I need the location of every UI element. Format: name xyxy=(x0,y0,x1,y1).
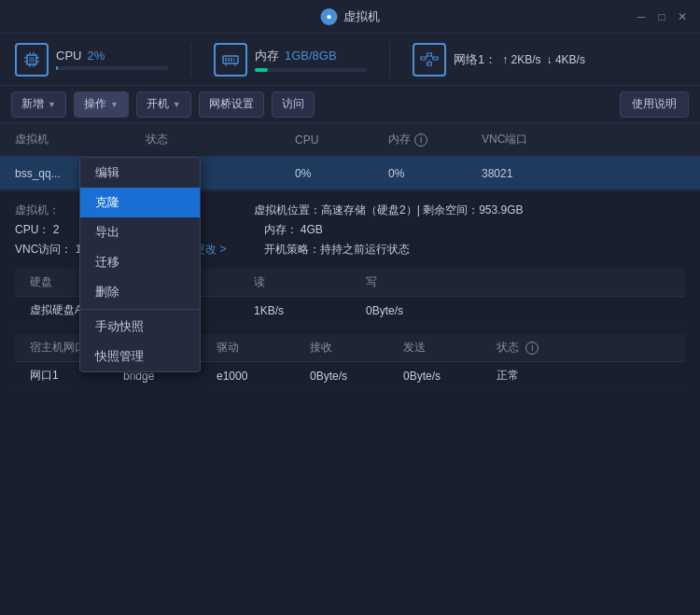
new-button[interactable]: 新增 ▼ xyxy=(11,91,66,118)
mem-label: 内存 xyxy=(255,48,279,64)
main-content: 虚拟机 状态 CPU 内存 i VNC端口 bss_qq... 已关闭 xyxy=(0,123,700,615)
col-cpu: CPU xyxy=(287,133,381,147)
window-controls: ─ □ ✕ xyxy=(635,10,689,23)
divider-2 xyxy=(389,43,390,77)
menu-divider xyxy=(80,309,200,310)
cpu-stat: CPU 2% xyxy=(15,43,168,77)
mem-info: 内存 1GB/8GB xyxy=(255,48,367,72)
net-icon xyxy=(413,43,446,77)
net-cell-status: 正常 xyxy=(489,368,678,384)
col-mem: 内存 i xyxy=(381,132,474,147)
context-menu: 编辑 克隆 导出 迁移 删除 手动快照 快照管理 xyxy=(79,157,201,372)
disk-cell-write: 0Byte/s xyxy=(358,304,678,317)
menu-snapshot[interactable]: 手动快照 xyxy=(80,312,200,342)
net-cell-recv: 0Byte/s xyxy=(302,370,396,383)
mem-info-icon: i xyxy=(414,133,427,147)
access-button[interactable]: 访问 xyxy=(272,91,315,118)
ops-chevron: ▼ xyxy=(110,100,119,109)
cpu-bar-bg xyxy=(56,66,168,70)
svg-rect-19 xyxy=(433,57,438,60)
svg-rect-18 xyxy=(427,53,432,56)
menu-export[interactable]: 导出 xyxy=(80,217,200,247)
svg-rect-17 xyxy=(421,57,426,60)
mem-bar-bg xyxy=(255,68,367,72)
col-vmname: 虚拟机 xyxy=(7,132,138,147)
cell-vnc: 38021 xyxy=(474,167,693,180)
svg-rect-1 xyxy=(29,57,35,63)
cpu-info: CPU 2% xyxy=(56,49,168,70)
cell-cpu: 0% xyxy=(287,167,381,180)
svg-rect-20 xyxy=(427,63,432,65)
policy-detail: 开机策略：持持之前运行状态 xyxy=(264,242,410,258)
net-col-status: 状态 i xyxy=(489,340,678,356)
col-vnc: VNC端口 xyxy=(474,132,693,147)
cpu-icon xyxy=(15,43,49,77)
disk-col-write: 写 xyxy=(358,274,678,290)
net-col-send: 发送 xyxy=(396,340,489,356)
mem-bar-fill xyxy=(255,68,268,72)
cpu-bar-fill xyxy=(56,66,58,70)
svg-rect-14 xyxy=(233,58,235,62)
start-button[interactable]: 开机 ▼ xyxy=(136,91,191,118)
mem-icon xyxy=(214,43,247,77)
net-cell-driver: e1000 xyxy=(209,370,302,383)
svg-rect-11 xyxy=(225,58,227,62)
net-up: ↑ 2KB/s xyxy=(502,53,540,66)
menu-snapshot-mgr[interactable]: 快照管理 xyxy=(80,342,200,371)
mem-value: 1GB/8GB xyxy=(285,49,337,63)
svg-rect-12 xyxy=(228,58,230,62)
app-title: 虚拟机 xyxy=(343,8,380,25)
vm-label: 虚拟机： xyxy=(15,203,60,218)
svg-line-22 xyxy=(432,56,434,59)
start-chevron: ▼ xyxy=(173,100,181,109)
net-label: 网络1： xyxy=(454,51,497,68)
menu-delete[interactable]: 删除 xyxy=(80,277,200,307)
col-status: 状态 xyxy=(138,132,287,147)
cell-mem: 0% xyxy=(381,167,474,180)
help-button[interactable]: 使用说明 xyxy=(620,91,689,118)
net-col-recv: 接收 xyxy=(302,340,396,356)
stats-bar: CPU 2% 内存 1GB/8GB xyxy=(0,34,700,86)
maximize-button[interactable]: □ xyxy=(655,10,668,23)
close-button[interactable]: ✕ xyxy=(676,10,689,23)
menu-clone[interactable]: 克隆 xyxy=(80,188,200,217)
svg-rect-13 xyxy=(231,58,232,62)
net-cell-send: 0Byte/s xyxy=(396,370,489,383)
toolbar: 新增 ▼ 操作 ▼ 开机 ▼ 网桥设置 访问 使用说明 xyxy=(0,86,700,123)
mem-stat: 内存 1GB/8GB xyxy=(214,43,367,77)
mem-detail: 内存： 4GB xyxy=(264,222,410,238)
minimize-button[interactable]: ─ xyxy=(635,10,648,23)
net-down: ↓ 4KB/s xyxy=(547,53,585,66)
disk-col-read: 读 xyxy=(246,274,358,290)
divider-1 xyxy=(190,43,191,77)
network-button[interactable]: 网桥设置 xyxy=(199,91,264,118)
net-stat: 网络1： ↑ 2KB/s ↓ 4KB/s xyxy=(413,43,585,77)
disk-cell-read: 1KB/s xyxy=(246,304,358,317)
net-col-driver: 驱动 xyxy=(209,340,302,356)
location-value: 虚拟机位置：高速存储（硬盘2）| 剩余空间：953.9GB xyxy=(254,203,524,218)
detail-right: 内存： 4GB 开机策略：持持之前运行状态 xyxy=(264,222,410,258)
svg-line-21 xyxy=(426,56,427,59)
title-bar-center: ● 虚拟机 xyxy=(321,8,380,25)
app-icon: ● xyxy=(321,8,338,25)
new-chevron: ▼ xyxy=(48,100,56,109)
cpu-value: 2% xyxy=(87,49,105,63)
title-bar: ● 虚拟机 ─ □ ✕ xyxy=(0,0,700,34)
table-header: 虚拟机 状态 CPU 内存 i VNC端口 xyxy=(0,123,700,157)
cpu-label: CPU xyxy=(56,49,81,63)
menu-edit[interactable]: 编辑 xyxy=(80,158,200,188)
ops-button[interactable]: 操作 ▼ xyxy=(74,91,129,118)
net-status-info-icon: i xyxy=(525,342,539,355)
net-info: 网络1： ↑ 2KB/s ↓ 4KB/s xyxy=(454,51,585,68)
menu-migrate[interactable]: 迁移 xyxy=(80,247,200,277)
